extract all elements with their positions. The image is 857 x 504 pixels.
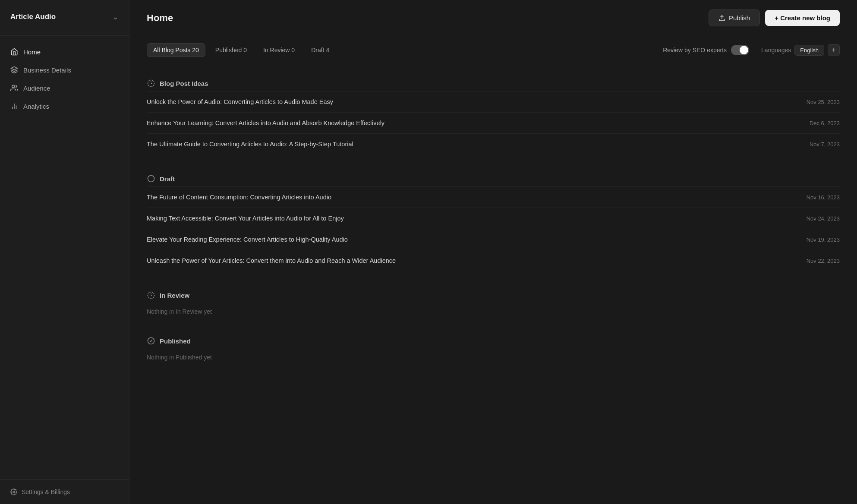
sidebar-brand: Article Audio ⌄	[0, 0, 129, 36]
filter-tab-in-review[interactable]: In Review 0	[257, 43, 301, 57]
blog-post-date: Nov 7, 2023	[810, 141, 840, 148]
blog-post-title: Unlock the Power of Audio: Converting Ar…	[147, 98, 796, 105]
section-header-blog-post-ideas: Blog Post Ideas	[147, 73, 840, 91]
sidebar-item-analytics-label: Analytics	[23, 103, 49, 110]
page-header: Home Publish + Create new blog	[129, 0, 857, 36]
header-actions: Publish + Create new blog	[709, 9, 840, 26]
section-title-in-review: In Review	[160, 292, 189, 299]
settings-billings-item[interactable]: Settings & Billings	[10, 488, 119, 495]
blog-post-title: The Future of Content Consumption: Conve…	[147, 194, 796, 201]
blog-post-title: Unleash the Power of Your Articles: Conv…	[147, 257, 796, 264]
publish-button[interactable]: Publish	[709, 9, 760, 26]
sidebar-item-home-label: Home	[23, 48, 41, 56]
settings-billings-label: Settings & Billings	[22, 488, 70, 495]
blog-post-date: Nov 19, 2023	[807, 236, 840, 243]
svg-point-5	[13, 491, 15, 493]
home-icon	[10, 48, 18, 56]
sidebar-item-business-details-label: Business Details	[23, 66, 71, 74]
brand-chevron-icon[interactable]: ⌄	[112, 12, 119, 22]
svg-point-1	[12, 85, 15, 88]
publish-button-label: Publish	[729, 14, 750, 22]
add-language-button[interactable]: +	[828, 44, 840, 56]
section-header-published: Published	[147, 331, 840, 349]
empty-message-published: Nothing in Published yet	[147, 349, 840, 362]
users-icon	[10, 84, 18, 92]
section-draft: DraftThe Future of Content Consumption: …	[147, 168, 840, 271]
section-title-blog-post-ideas: Blog Post Ideas	[160, 80, 208, 87]
section-title-draft: Draft	[160, 175, 175, 183]
sidebar-nav: Home Business Details Audience Analytics	[0, 36, 129, 479]
gear-icon	[10, 488, 17, 495]
filter-tab-published-label: Published 0	[215, 47, 247, 54]
upload-icon	[718, 15, 725, 22]
blog-post-date: Nov 22, 2023	[807, 258, 840, 264]
seo-review-label: Review by SEO experts	[663, 47, 727, 54]
blog-post-title: Enhance Your Learning: Convert Articles …	[147, 120, 799, 126]
filter-tab-all[interactable]: All Blog Posts 20	[147, 43, 205, 57]
empty-message-in-review: Nothing in In Review yet	[147, 303, 840, 317]
blog-content: Blog Post IdeasUnlock the Power of Audio…	[129, 64, 857, 504]
blog-post-date: Nov 24, 2023	[807, 215, 840, 222]
blog-post-title: The Ultimate Guide to Converting Article…	[147, 141, 799, 148]
section-header-draft: Draft	[147, 168, 840, 186]
toggle-knob	[740, 46, 748, 54]
section-in-review: In ReviewNothing in In Review yet	[147, 285, 840, 317]
circle-outline-icon	[147, 174, 155, 183]
app-name: Article Audio	[10, 13, 56, 21]
language-current-label: English	[800, 47, 819, 54]
language-english-badge[interactable]: English	[794, 45, 824, 56]
page-title: Home	[147, 13, 173, 24]
filter-tab-in-review-label: In Review 0	[263, 47, 295, 54]
table-row[interactable]: Elevate Your Reading Experience: Convert…	[147, 229, 840, 250]
filter-tab-draft[interactable]: Draft 4	[305, 43, 336, 57]
table-row[interactable]: Unleash the Power of Your Articles: Conv…	[147, 250, 840, 271]
sidebar-item-business-details[interactable]: Business Details	[0, 61, 129, 79]
sidebar-item-home[interactable]: Home	[0, 43, 129, 61]
sidebar-item-audience[interactable]: Audience	[0, 79, 129, 97]
section-published: PublishedNothing in Published yet	[147, 331, 840, 362]
svg-marker-0	[11, 67, 18, 70]
languages-label: Languages	[761, 47, 791, 54]
create-new-blog-label: + Create new blog	[775, 14, 830, 22]
section-blog-post-ideas: Blog Post IdeasUnlock the Power of Audio…	[147, 73, 840, 154]
filter-tab-draft-label: Draft 4	[311, 47, 329, 54]
blog-post-date: Nov 25, 2023	[807, 99, 840, 105]
bar-chart-icon	[10, 102, 18, 110]
seo-review-section: Review by SEO experts	[663, 45, 749, 55]
blog-post-title: Making Text Accessible: Convert Your Art…	[147, 215, 796, 222]
sidebar-item-analytics[interactable]: Analytics	[0, 97, 129, 115]
table-row[interactable]: Making Text Accessible: Convert Your Art…	[147, 208, 840, 229]
section-title-published: Published	[160, 337, 191, 345]
section-header-in-review: In Review	[147, 285, 840, 303]
table-row[interactable]: The Future of Content Consumption: Conve…	[147, 186, 840, 208]
table-row[interactable]: Enhance Your Learning: Convert Articles …	[147, 112, 840, 133]
add-language-icon: +	[832, 46, 835, 54]
seo-review-toggle[interactable]	[731, 45, 749, 55]
filter-tab-published[interactable]: Published 0	[209, 43, 253, 57]
blog-post-title: Elevate Your Reading Experience: Convert…	[147, 236, 796, 243]
circle-check-icon	[147, 337, 155, 345]
blog-post-date: Nov 16, 2023	[807, 194, 840, 201]
clock-dashed-icon	[147, 291, 155, 299]
sidebar: Article Audio ⌄ Home Business Details Au…	[0, 0, 129, 504]
create-new-blog-button[interactable]: + Create new blog	[765, 10, 840, 26]
main-content: Home Publish + Create new blog All Blog …	[129, 0, 857, 504]
svg-point-8	[148, 176, 154, 182]
clock-outline-icon	[147, 79, 155, 88]
filter-bar: All Blog Posts 20 Published 0 In Review …	[129, 36, 857, 64]
sidebar-item-audience-label: Audience	[23, 85, 50, 92]
table-row[interactable]: The Ultimate Guide to Converting Article…	[147, 133, 840, 154]
languages-section: Languages English +	[761, 44, 840, 56]
sidebar-footer: Settings & Billings	[0, 479, 129, 504]
filter-tab-all-label: All Blog Posts 20	[153, 47, 199, 54]
table-row[interactable]: Unlock the Power of Audio: Converting Ar…	[147, 91, 840, 112]
blog-post-date: Dec 6, 2023	[810, 120, 840, 126]
layers-icon	[10, 66, 18, 74]
